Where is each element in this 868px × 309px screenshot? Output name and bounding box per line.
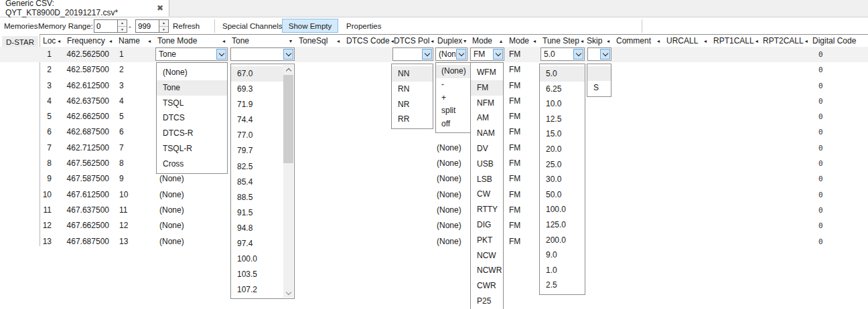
dropdown-option[interactable]: 25.0: [540, 157, 585, 173]
dropdown-option[interactable]: DTCS: [157, 110, 227, 126]
dropdown-option[interactable]: NAM: [471, 126, 503, 141]
dtcs-pol-combo[interactable]: [392, 47, 433, 61]
cell-freq[interactable]: 467.687500: [64, 234, 109, 246]
cell-mode2[interactable]: FM: [509, 234, 520, 246]
tone-combo[interactable]: [230, 47, 295, 61]
cell-mode2[interactable]: FM: [509, 203, 520, 218]
dropdown-option[interactable]: 107.2: [231, 282, 283, 298]
cell-freq[interactable]: 462.662500: [64, 109, 109, 124]
dropdown-option[interactable]: NN: [392, 66, 433, 82]
table-row[interactable]: 3462.6125003FM0: [0, 78, 868, 94]
dropdown-option[interactable]: 1.0: [540, 263, 585, 278]
chevron-down-icon[interactable]: [456, 49, 466, 60]
dropdown-option[interactable]: NFM: [471, 96, 503, 111]
dropdown-option[interactable]: Cross: [157, 157, 227, 172]
refresh-button[interactable]: Refresh: [173, 22, 200, 30]
table-row[interactable]: 5462.6625005FM0: [0, 109, 868, 124]
cell-mode2[interactable]: FM: [509, 62, 520, 78]
cell-loc[interactable]: 3: [40, 78, 52, 94]
dropdown-option[interactable]: RN: [392, 82, 433, 97]
cell-name[interactable]: 5: [119, 109, 124, 124]
cell-digital[interactable]: 0: [818, 234, 823, 246]
column-header-tone[interactable]: Tone▾: [228, 35, 295, 47]
dropdown-option[interactable]: 100.0: [231, 251, 283, 267]
properties-button[interactable]: Properties: [346, 22, 381, 30]
dropdown-option[interactable]: CWR: [471, 278, 503, 294]
chevron-down-icon[interactable]: [422, 49, 432, 60]
cell-duplex[interactable]: (None): [437, 234, 461, 246]
column-header-skip[interactable]: Skip◂: [583, 35, 613, 47]
dropdown-option[interactable]: S: [587, 81, 611, 96]
table-row[interactable]: 7462.7125007(None)FM0: [0, 140, 868, 156]
dropdown-option[interactable]: (None): [157, 65, 227, 80]
dropdown-option[interactable]: +: [436, 92, 475, 105]
column-header-comment[interactable]: Comment◂: [613, 35, 663, 47]
column-header-rpt2call[interactable]: RPT2CALL◂: [760, 35, 809, 47]
dropdown-option[interactable]: 15.0: [540, 126, 585, 142]
dropdown-option[interactable]: 71.9: [231, 97, 283, 112]
dropdown-option[interactable]: 91.5: [231, 205, 283, 221]
cell-name[interactable]: 8: [119, 156, 124, 171]
column-header-loc[interactable]: Loc◂: [40, 35, 64, 47]
cell-tone_mode[interactable]: (None): [159, 187, 184, 203]
cell-loc[interactable]: 9: [40, 171, 52, 187]
scroll-up-icon[interactable]: [283, 65, 293, 75]
column-header-mode[interactable]: Mode▴: [469, 35, 506, 47]
table-row[interactable]: 6462.6875006FM0: [0, 124, 868, 140]
cell-name[interactable]: 12: [119, 218, 128, 233]
cell-name[interactable]: 3: [119, 78, 124, 94]
dropdown-option[interactable]: 103.5: [231, 267, 283, 282]
dropdown-option[interactable]: 125.0: [540, 217, 585, 233]
skip-combo[interactable]: [587, 47, 611, 61]
dropdown-option[interactable]: NR: [392, 97, 433, 112]
table-row[interactable]: 12467.66250012(None)(None)FM0: [0, 218, 868, 233]
dropdown-option[interactable]: 50.0: [540, 187, 585, 203]
cell-loc[interactable]: 5: [40, 109, 52, 124]
table-row[interactable]: 4462.6375004FM0: [0, 94, 868, 109]
tone-mode-combo[interactable]: Tone: [155, 47, 228, 61]
scroll-down-icon[interactable]: [283, 288, 293, 298]
dropdown-option[interactable]: -: [436, 78, 475, 92]
dropdown-option[interactable]: 94.8: [231, 221, 283, 236]
memory-range-start-input[interactable]: [94, 19, 117, 33]
cell-digital[interactable]: 0: [818, 156, 823, 171]
table-row[interactable]: 8467.5625008(None)FM0: [0, 156, 868, 171]
cell-name[interactable]: 9: [119, 171, 124, 187]
column-header-dtcs_code[interactable]: DTCS Code◂: [343, 35, 390, 47]
dropdown-option[interactable]: 88.5: [231, 190, 283, 205]
dropdown-option[interactable]: 5.0: [540, 66, 585, 82]
dropdown-option[interactable]: WFM: [471, 65, 503, 80]
dropdown-option[interactable]: 12.5: [540, 112, 585, 127]
cell-name[interactable]: 10: [119, 187, 128, 203]
table-row[interactable]: 13467.68750013(None)(None)FM0: [0, 234, 868, 246]
column-header-rpt1call[interactable]: RPT1CALL◂: [710, 35, 760, 47]
memory-range-end-input[interactable]: [135, 19, 159, 33]
column-header-name[interactable]: Name◂: [115, 35, 154, 47]
cell-loc[interactable]: 10: [40, 187, 52, 203]
cell-mode2[interactable]: FM: [509, 78, 520, 94]
dropdown-option[interactable]: 9.0: [540, 247, 585, 263]
cell-digital[interactable]: 0: [818, 124, 823, 140]
cell-tone_mode[interactable]: (None): [159, 171, 184, 187]
tab-generic-csv[interactable]: Generic CSV: QYT_KT8900D_20191217.csv* ✖: [0, 0, 169, 17]
special-channels-button[interactable]: Special Channels: [222, 22, 283, 30]
cell-digital[interactable]: 0: [818, 140, 823, 156]
tab-memories[interactable]: Memories: [4, 22, 38, 30]
cell-digital[interactable]: 0: [818, 94, 823, 109]
column-header-dtcs_pol[interactable]: DTCS Pol◂: [390, 35, 434, 47]
dropdown-option[interactable]: 77.0: [231, 128, 283, 143]
dropdown-option[interactable]: [587, 66, 611, 81]
dropdown-option[interactable]: 69.3: [231, 82, 283, 97]
spinner-up-down[interactable]: ▲▼: [117, 19, 127, 33]
cell-digital[interactable]: 0: [818, 109, 823, 124]
show-empty-toggle[interactable]: Show Empty: [282, 19, 338, 33]
dropdown-option[interactable]: DTCS-R: [157, 126, 227, 141]
dropdown-option[interactable]: NCWR: [471, 263, 503, 278]
tab-dstar[interactable]: D-STAR: [2, 36, 38, 47]
cell-loc[interactable]: 11: [40, 203, 52, 218]
cell-loc[interactable]: 8: [40, 156, 52, 171]
cell-digital[interactable]: 0: [818, 78, 823, 94]
dropdown-option[interactable]: 20.0: [540, 142, 585, 157]
chevron-down-icon[interactable]: [283, 49, 293, 60]
close-icon[interactable]: ✖: [157, 4, 163, 12]
